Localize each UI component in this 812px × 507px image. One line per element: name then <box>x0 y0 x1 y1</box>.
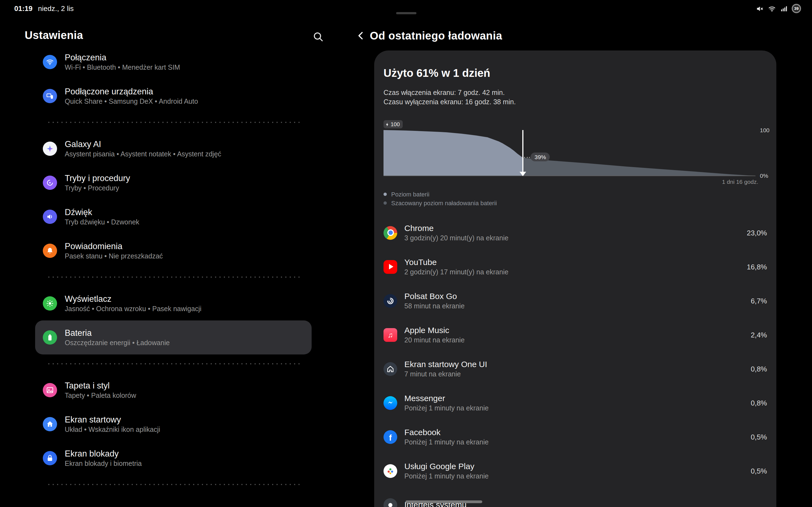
app-name: Polsat Box Go <box>404 291 744 301</box>
battery-chart-plot: 39% <box>384 130 755 176</box>
screen-on-time: Czas włączenia ekranu: 7 godz. 42 min. <box>384 88 767 98</box>
detail-title: Od ostatniego ładowania <box>370 30 502 42</box>
app-usage-row[interactable]: ♫Apple Music20 minut na ekranie2,4% <box>384 318 767 352</box>
legend-battery-level: Poziom baterii <box>384 190 767 198</box>
list-divider <box>48 122 302 123</box>
app-usage-row[interactable]: Ekran startowy One UI7 minut na ekranie0… <box>384 352 767 386</box>
app-screen-time: Poniżej 1 minuty na ekranie <box>404 472 744 481</box>
wifi-icon <box>43 55 57 69</box>
system-ui-icon <box>384 498 397 507</box>
charge-bolt-icon <box>385 121 390 127</box>
app-usage-row[interactable]: YouTube2 godzin(y) 17 minut(y) na ekrani… <box>384 250 767 284</box>
lock-icon <box>43 451 57 465</box>
list-divider <box>48 363 302 364</box>
sidebar-item[interactable]: WyświetlaczJasność • Ochrona wzroku • Pa… <box>35 286 312 321</box>
sidebar-item[interactable]: BateriaOszczędzanie energii • Ładowanie <box>35 321 312 354</box>
sidebar-item[interactable]: Tryby i proceduryTryby • Procedury <box>35 166 312 200</box>
item-subtitle: Quick Share • Samsung DeX • Android Auto <box>65 98 198 106</box>
app-battery-percent: 0,5% <box>751 433 767 441</box>
google-play-services-icon <box>384 464 397 477</box>
clock: 01:19 <box>14 4 33 13</box>
one-ui-home-icon <box>384 362 397 376</box>
youtube-icon <box>384 260 397 274</box>
sidebar-item[interactable]: PowiadomieniaPasek stanu • Nie przeszkad… <box>35 234 312 268</box>
app-usage-row[interactable]: MessengerPoniżej 1 minuty na ekranie0,8% <box>384 386 767 420</box>
app-usage-row[interactable]: fFacebookPoniżej 1 minuty na ekranie0,5% <box>384 420 767 454</box>
app-usage-row[interactable]: Polsat Box Go58 minut na ekranie6,7% <box>384 284 767 318</box>
signal-status-icon <box>779 4 788 13</box>
screen-time-info: Czas włączenia ekranu: 7 godz. 42 min. C… <box>384 88 767 107</box>
date: niedz., 2 lis <box>38 4 74 13</box>
back-icon[interactable] <box>354 29 367 42</box>
item-title: Wyświetlacz <box>65 293 201 304</box>
battery-status-icon: 39 <box>792 4 801 13</box>
item-subtitle: Układ • Wskaźniki ikon aplikacji <box>65 426 160 434</box>
app-battery-percent: 2,4% <box>751 331 767 339</box>
app-screen-time: Poniżej 1 minuty na ekranie <box>404 404 744 413</box>
item-subtitle: Wi-Fi • Bluetooth • Menedżer kart SIM <box>65 64 180 72</box>
app-name: Facebook <box>404 427 744 437</box>
item-title: Bateria <box>65 328 170 338</box>
y-axis-max: 100 <box>760 127 769 133</box>
wallpaper-icon <box>43 383 57 397</box>
legend-estimated-level: Szacowany poziom naładowania baterii <box>384 199 767 207</box>
item-title: Powiadomienia <box>65 241 163 251</box>
legend-dot <box>384 202 387 205</box>
search-icon[interactable] <box>310 29 325 43</box>
item-subtitle: Tryb dźwięku • Dzwonek <box>65 218 139 227</box>
screen: 01:19 niedz., 2 lis 39 Ustawienia Połącz… <box>0 0 812 507</box>
messenger-icon <box>384 396 397 410</box>
item-title: Podłączone urządzenia <box>65 86 198 97</box>
app-battery-percent: 16,8% <box>747 263 767 271</box>
galaxy-ai-icon <box>43 142 57 156</box>
sidebar-item[interactable]: DźwiękTryb dźwięku • Dzwonek <box>35 200 312 234</box>
settings-sidebar: Ustawienia PołączeniaWi-Fi • Bluetooth •… <box>0 17 359 507</box>
app-name: Apple Music <box>404 325 744 335</box>
split-drag-handle[interactable] <box>396 12 416 14</box>
sound-icon <box>43 210 57 224</box>
app-usage-row[interactable]: Interfejs systemu <box>384 488 767 507</box>
item-subtitle: Tapety • Paleta kolorów <box>65 392 136 400</box>
sidebar-item[interactable]: PołączeniaWi-Fi • Bluetooth • Menedżer k… <box>35 45 312 79</box>
app-battery-percent: 0,5% <box>751 467 767 475</box>
item-subtitle: Oszczędzanie energii • Ładowanie <box>65 339 170 347</box>
item-title: Ekran blokady <box>65 448 142 459</box>
app-usage-row[interactable]: Chrome3 godzin(y) 20 minut(y) na ekranie… <box>384 216 767 250</box>
item-title: Tryby i procedury <box>65 173 130 183</box>
status-right: 39 <box>755 4 801 13</box>
notifications-icon <box>43 244 57 258</box>
app-screen-time: 2 godzin(y) 17 minut(y) na ekranie <box>404 268 740 277</box>
app-name: Ekran startowy One UI <box>404 359 744 369</box>
sidebar-item[interactable]: Podłączone urządzeniaQuick Share • Samsu… <box>35 79 312 113</box>
battery-icon <box>43 330 57 345</box>
chart-legend: Poziom baterii Szacowany poziom naładowa… <box>384 190 767 207</box>
item-title: Połączenia <box>65 52 180 63</box>
sidebar-item[interactable]: Tapeta i stylTapety • Paleta kolorów <box>35 373 312 407</box>
usage-summary: Użyto 61% w 1 dzień <box>384 67 767 79</box>
current-time-marker <box>523 130 524 176</box>
battery-chart: 100 39% 100 0% 1 dni 16 godz. <box>384 123 767 185</box>
item-subtitle: Ekran blokady i biometria <box>65 460 142 468</box>
sidebar-item[interactable]: Galaxy AIAsystent pisania • Asystent not… <box>35 132 312 166</box>
polsat-box-go-icon <box>384 294 397 307</box>
facebook-icon: f <box>384 430 397 444</box>
list-divider <box>48 277 302 278</box>
app-screen-time: Poniżej 1 minuty na ekranie <box>404 438 744 447</box>
app-usage-row[interactable]: Usługi Google PlayPoniżej 1 minuty na ek… <box>384 454 767 488</box>
wifi-status-icon <box>767 4 776 13</box>
y-axis-min: 0% <box>760 172 768 179</box>
battery-usage-card: Użyto 61% w 1 dzień Czas włączenia ekran… <box>374 51 776 507</box>
app-battery-percent: 0,8% <box>751 364 767 373</box>
sidebar-item[interactable]: Ekran blokadyEkran blokady i biometria <box>35 441 312 475</box>
item-title: Galaxy AI <box>65 139 221 149</box>
legend-dot <box>384 192 387 196</box>
app-name: Messenger <box>404 393 744 403</box>
item-subtitle: Pasek stanu • Nie przeszkadzać <box>65 252 163 261</box>
app-name: Chrome <box>404 223 740 233</box>
settings-list: PołączeniaWi-Fi • Bluetooth • Menedżer k… <box>35 45 312 494</box>
item-subtitle: Tryby • Procedury <box>65 184 130 192</box>
modes-icon <box>43 176 57 190</box>
home-indicator[interactable] <box>405 500 482 503</box>
sidebar-item[interactable]: Ekran startowyUkład • Wskaźniki ikon apl… <box>35 407 312 441</box>
app-screen-time: 7 minut na ekranie <box>404 371 744 379</box>
